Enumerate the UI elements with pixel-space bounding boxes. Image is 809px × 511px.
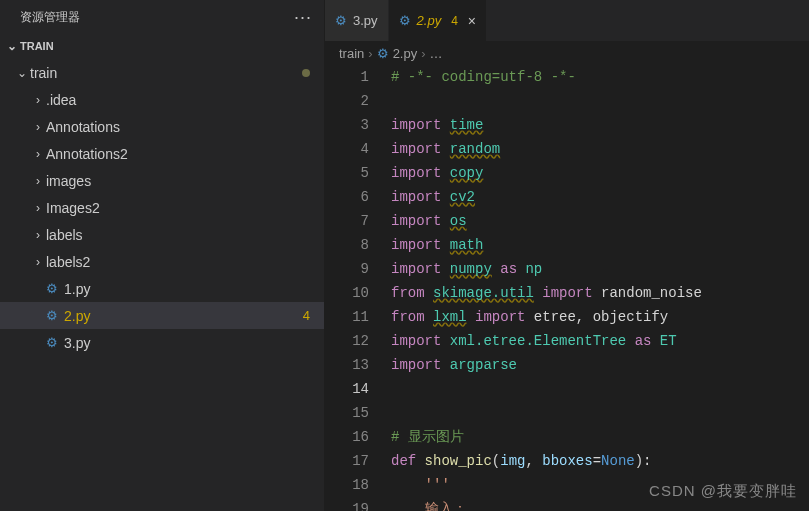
python-icon: ⚙ <box>46 281 58 296</box>
explorer-sidebar: 资源管理器 ··· ⌄ TRAIN ⌄train›.idea›Annotatio… <box>0 0 325 511</box>
tree-file[interactable]: ⚙1.py <box>0 275 324 302</box>
breadcrumb-seg: train <box>339 46 364 61</box>
line-number: 8 <box>325 233 369 257</box>
tree-item-label: train <box>30 65 302 81</box>
line-number: 16 <box>325 425 369 449</box>
tab-label: 3.py <box>353 13 378 28</box>
chevron-down-icon: ⌄ <box>4 39 20 53</box>
code-line[interactable]: import time <box>391 113 809 137</box>
code-editor[interactable]: 12345678910111213141516171819 # -*- codi… <box>325 65 809 511</box>
code-line[interactable] <box>391 377 809 401</box>
editor-tab[interactable]: ⚙2.py4× <box>389 0 487 41</box>
chevron-right-icon: › <box>30 228 46 242</box>
line-number: 15 <box>325 401 369 425</box>
code-line[interactable]: from lxml import etree, objectify <box>391 305 809 329</box>
section-header[interactable]: ⌄ TRAIN <box>0 35 324 57</box>
editor-area: ⚙3.py⚙2.py4× train › ⚙ 2.py › … 12345678… <box>325 0 809 511</box>
python-icon: ⚙ <box>335 13 347 28</box>
tree-item-label: 3.py <box>64 335 324 351</box>
chevron-right-icon: › <box>30 93 46 107</box>
tree-item-label: Annotations <box>46 119 324 135</box>
code-line[interactable]: import argparse <box>391 353 809 377</box>
modified-dot-icon <box>302 69 310 77</box>
tree-folder[interactable]: ⌄train <box>0 59 324 86</box>
tab-label: 2.py <box>417 13 442 28</box>
code-line[interactable]: def show_pic(img, bboxes=None): <box>391 449 809 473</box>
code-line[interactable]: # 显示图片 <box>391 425 809 449</box>
line-number: 18 <box>325 473 369 497</box>
tree-file[interactable]: ⚙2.py4 <box>0 302 324 329</box>
tab-problems-badge: 4 <box>451 14 458 28</box>
line-number: 1 <box>325 65 369 89</box>
line-number: 5 <box>325 161 369 185</box>
breadcrumb[interactable]: train › ⚙ 2.py › … <box>325 41 809 65</box>
code-line[interactable]: from skimage.util import random_noise <box>391 281 809 305</box>
line-number: 4 <box>325 137 369 161</box>
close-icon[interactable]: × <box>468 13 476 29</box>
python-icon: ⚙ <box>46 308 58 323</box>
code-line[interactable]: import numpy as np <box>391 257 809 281</box>
problems-badge: 4 <box>303 308 310 323</box>
chevron-right-icon: › <box>30 255 46 269</box>
tree-item-label: images <box>46 173 324 189</box>
chevron-right-icon: › <box>368 46 372 61</box>
code-line[interactable]: import copy <box>391 161 809 185</box>
watermark: CSDN @我要变胖哇 <box>649 482 797 501</box>
tree-folder[interactable]: ›.idea <box>0 86 324 113</box>
chevron-right-icon: › <box>30 120 46 134</box>
tree-item-label: 1.py <box>64 281 324 297</box>
chevron-right-icon: › <box>421 46 425 61</box>
tree-folder[interactable]: ›labels2 <box>0 248 324 275</box>
code-line[interactable]: import os <box>391 209 809 233</box>
tree-item-label: 2.py <box>64 308 303 324</box>
line-number: 19 <box>325 497 369 511</box>
code-line[interactable]: import random <box>391 137 809 161</box>
line-number: 7 <box>325 209 369 233</box>
line-number: 17 <box>325 449 369 473</box>
tree-folder[interactable]: ›Annotations <box>0 113 324 140</box>
file-tree: ⌄train›.idea›Annotations›Annotations2›im… <box>0 57 324 356</box>
code-line[interactable]: # -*- coding=utf-8 -*- <box>391 65 809 89</box>
code-line[interactable]: import xml.etree.ElementTree as ET <box>391 329 809 353</box>
tree-folder[interactable]: ›images <box>0 167 324 194</box>
line-number: 14 <box>325 377 369 401</box>
tree-item-label: Annotations2 <box>46 146 324 162</box>
chevron-down-icon: ⌄ <box>14 66 30 80</box>
line-number-gutter: 12345678910111213141516171819 <box>325 65 387 511</box>
breadcrumb-seg: 2.py <box>393 46 418 61</box>
code-line[interactable]: import cv2 <box>391 185 809 209</box>
tree-folder[interactable]: ›Images2 <box>0 194 324 221</box>
python-icon: ⚙ <box>399 13 411 28</box>
line-number: 3 <box>325 113 369 137</box>
line-number: 2 <box>325 89 369 113</box>
tree-file[interactable]: ⚙3.py <box>0 329 324 356</box>
line-number: 6 <box>325 185 369 209</box>
tree-item-label: .idea <box>46 92 324 108</box>
more-actions-icon[interactable]: ··· <box>294 7 312 28</box>
chevron-right-icon: › <box>30 174 46 188</box>
chevron-right-icon: › <box>30 147 46 161</box>
explorer-title: 资源管理器 <box>20 9 294 26</box>
chevron-right-icon: › <box>30 201 46 215</box>
line-number: 9 <box>325 257 369 281</box>
code-line[interactable]: import math <box>391 233 809 257</box>
line-number: 12 <box>325 329 369 353</box>
python-icon: ⚙ <box>377 46 389 61</box>
explorer-header: 资源管理器 ··· <box>0 0 324 35</box>
tree-item-label: labels <box>46 227 324 243</box>
tree-item-label: labels2 <box>46 254 324 270</box>
line-number: 10 <box>325 281 369 305</box>
code-line[interactable] <box>391 401 809 425</box>
code-content[interactable]: # -*- coding=utf-8 -*- import timeimport… <box>387 65 809 511</box>
code-line[interactable] <box>391 89 809 113</box>
line-number: 13 <box>325 353 369 377</box>
python-icon: ⚙ <box>46 335 58 350</box>
tab-bar: ⚙3.py⚙2.py4× <box>325 0 809 41</box>
tree-folder[interactable]: ›Annotations2 <box>0 140 324 167</box>
section-title: TRAIN <box>20 40 54 52</box>
line-number: 11 <box>325 305 369 329</box>
tree-item-label: Images2 <box>46 200 324 216</box>
breadcrumb-ellipsis: … <box>430 46 443 61</box>
tree-folder[interactable]: ›labels <box>0 221 324 248</box>
editor-tab[interactable]: ⚙3.py <box>325 0 389 41</box>
